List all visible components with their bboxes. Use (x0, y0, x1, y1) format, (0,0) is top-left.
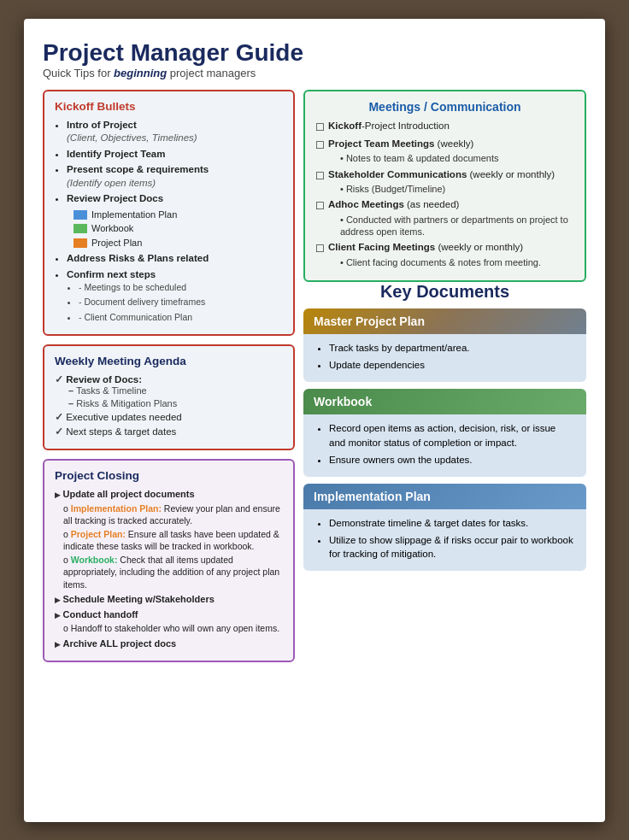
list-item: Project Plan: Ensure all tasks have been… (63, 528, 283, 552)
list-item: Handoff to stakeholder who will own any … (63, 622, 283, 634)
list-item: Confirm next steps Meetings to be schedu… (67, 268, 283, 323)
blue-swatch (73, 210, 87, 220)
weekly-section: Weekly Meeting Agenda Review of Docs: Ta… (43, 344, 295, 450)
kickoff-list: Intro of Project(Client, Objectives, Tim… (55, 119, 283, 323)
list-item: Adhoc Meetings (as needed) Conducted wit… (315, 198, 574, 238)
page-title: Project Manager Guide (43, 39, 586, 67)
key-docs-title: Key Documents (303, 282, 586, 302)
doc-wb-header: Workbook (303, 389, 586, 414)
meetings-sub: Risks (Budget/Timeline) (328, 183, 555, 195)
weekly-list: Review of Docs: Tasks & Timeline Risks &… (55, 373, 283, 438)
doc-wb-list: Record open items as action, decision, r… (315, 421, 574, 466)
weekly-title: Weekly Meeting Agenda (55, 355, 283, 367)
green-swatch (73, 224, 87, 233)
doc-ip: Implementation Plan Demonstrate timeline… (303, 484, 586, 571)
list-item: Project Team Meetings (weekly) Notes to … (315, 138, 574, 165)
list-item: Client Facing Meetings (weekly or monthl… (315, 241, 574, 268)
list-item: Archive ALL project docs (55, 637, 283, 650)
list-item: Risks & Mitigation Plans (68, 398, 283, 408)
list-item: Ensure owners own the updates. (329, 453, 574, 467)
doc-ip-body: Demonstrate timeline & target dates for … (303, 509, 586, 571)
list-item: Document delivery timeframes (79, 296, 283, 308)
list-item: Demonstrate timeline & target dates for … (329, 516, 574, 530)
doc-mpp-body: Track tasks by department/area. Update d… (303, 334, 586, 382)
list-item: Record open items as action, decision, r… (329, 421, 574, 449)
page-subtitle: Quick Tips for beginning project manager… (43, 67, 586, 79)
doc-mpp: Master Project Plan Track tasks by depar… (303, 308, 586, 382)
meetings-section: Meetings / Communication Kickoff-Project… (303, 90, 586, 283)
meetings-sub: Notes to team & updated documents (328, 152, 498, 164)
doc-wb: Workbook Record open items as action, de… (303, 389, 586, 476)
list-item: Review Project Docs Implementation Plan … (67, 192, 283, 250)
list-item: Risks (Budget/Timeline) (340, 183, 555, 195)
doc-ip-list: Demonstrate timeline & target dates for … (315, 516, 574, 561)
list-item: Next steps & target dates (55, 426, 283, 438)
closing-list: Update all project documents Implementat… (55, 488, 283, 650)
list-item: Stakeholder Communications (weekly or mo… (315, 168, 574, 196)
kickoff-section: Kickoff Bullets Intro of Project(Client,… (43, 90, 295, 336)
list-item: Identify Project Team (67, 148, 283, 162)
list-item: Notes to team & updated documents (340, 152, 498, 164)
list-item: Client Communication Plan (79, 311, 283, 323)
list-item: Executive updates needed (55, 411, 283, 423)
orange-swatch (73, 238, 87, 248)
color-bullets: Implementation Plan Workbook Project Pla… (73, 209, 283, 250)
closing-section: Project Closing Update all project docum… (43, 459, 295, 663)
list-item: Review of Docs: Tasks & Timeline Risks &… (55, 373, 283, 408)
list-item: Intro of Project(Client, Objectives, Tim… (67, 119, 283, 145)
list-item: Schedule Meeting w/Stakeholders (55, 593, 283, 606)
closing-sub: Implementation Plan: Review your plan an… (55, 502, 283, 590)
list-item: Present scope & requirements(Identify op… (67, 163, 283, 190)
list-item: Client facing documents & notes from mee… (340, 256, 541, 268)
doc-ip-header: Implementation Plan (303, 484, 586, 509)
list-item: Meetings to be scheduled (79, 281, 283, 293)
right-column: Meetings / Communication Kickoff-Project… (303, 90, 586, 663)
color-bullet-green: Workbook (73, 222, 283, 235)
list-item: Utilize to show slippage & if risks occu… (329, 533, 574, 561)
list-item: Track tasks by department/area. (329, 341, 574, 355)
list-item: Kickoff-Project Introduction (315, 120, 574, 134)
list-item: Tasks & Timeline (68, 385, 283, 396)
meetings-sub: Client facing documents & notes from mee… (328, 256, 541, 268)
meetings-list: Kickoff-Project Introduction Project Tea… (315, 120, 574, 269)
list-item: Address Risks & Plans related (67, 252, 283, 266)
list-item: Conducted with partners or departments o… (340, 214, 574, 238)
doc-wb-body: Record open items as action, decision, r… (303, 414, 586, 476)
weekly-sub-list: Tasks & Timeline Risks & Mitigation Plan… (55, 385, 283, 408)
header: Project Manager Guide Quick Tips for beg… (43, 39, 586, 79)
page: Project Manager Guide Quick Tips for beg… (24, 19, 605, 822)
meetings-sub: Conducted with partners or departments o… (328, 214, 574, 238)
meetings-title: Meetings / Communication (315, 100, 574, 114)
list-item: Implementation Plan: Review your plan an… (63, 502, 283, 526)
color-bullet-blue: Implementation Plan (73, 209, 283, 221)
left-column: Kickoff Bullets Intro of Project(Client,… (43, 90, 295, 663)
closing-title: Project Closing (55, 469, 283, 482)
list-item: Conduct handoff Handoff to stakeholder w… (55, 608, 283, 635)
list-item: Update all project documents Implementat… (55, 488, 283, 590)
doc-mpp-header: Master Project Plan (303, 308, 586, 334)
color-bullet-orange: Project Plan (73, 237, 283, 250)
list-item: Update dependencies (329, 358, 574, 372)
doc-mpp-list: Track tasks by department/area. Update d… (315, 341, 574, 372)
list-item: Workbook: Check that all items updated a… (63, 554, 283, 590)
kickoff-title: Kickoff Bullets (55, 100, 283, 113)
sub-dashes-list: Meetings to be scheduled Document delive… (67, 281, 283, 323)
closing-sub-2: Handoff to stakeholder who will own any … (55, 622, 283, 634)
key-docs-section: Key Documents Master Project Plan Track … (303, 282, 586, 571)
